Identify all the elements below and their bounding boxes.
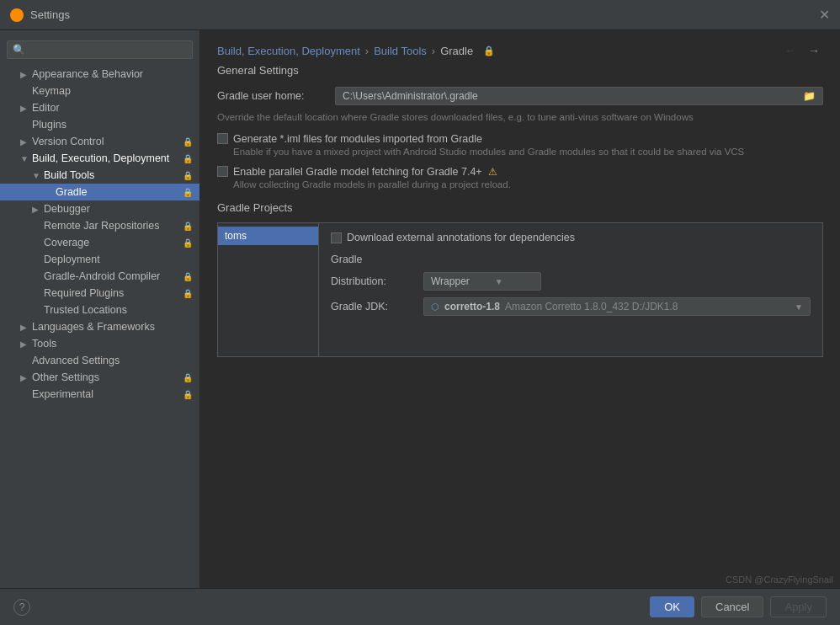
jdk-value: corretto-1.8 Amazon Corretto 1.8.0_432 D… xyxy=(444,301,789,312)
sidebar-item-debugger[interactable]: ▶ Debugger xyxy=(0,200,199,217)
gradle-projects-panel: toms Download external annotations for d… xyxy=(217,222,823,357)
sidebar-item-gradle-android[interactable]: Gradle-Android Compiler 🔒 xyxy=(0,268,199,285)
parallel-fetch-label: Enable parallel Gradle model fetching fo… xyxy=(233,166,482,178)
search-input[interactable] xyxy=(29,44,187,56)
expand-arrow: ▶ xyxy=(20,323,32,332)
settings-content: General Settings Gradle user home: C:\Us… xyxy=(200,64,840,588)
gradle-projects-list: toms xyxy=(218,223,319,356)
gradle-user-home-value: C:\Users\Administrator\.gradle xyxy=(343,90,803,102)
gradle-user-home-hint: Override the default location where Grad… xyxy=(217,112,823,122)
cancel-button[interactable]: Cancel xyxy=(701,596,763,617)
distribution-select[interactable]: Wrapper ▼ xyxy=(423,272,541,291)
expand-arrow: ▶ xyxy=(20,373,32,382)
search-box[interactable]: 🔍 xyxy=(7,40,193,59)
gradle-jdk-select[interactable]: ⬡ corretto-1.8 Amazon Corretto 1.8.0_432… xyxy=(423,297,811,316)
lock-icon: 🔒 xyxy=(183,171,193,180)
breadcrumb-current: Gradle xyxy=(440,45,473,57)
lock-icon: 🔒 xyxy=(183,289,193,298)
select-arrow-icon: ▼ xyxy=(495,277,503,286)
jdk-dropdown-arrow: ▼ xyxy=(795,302,803,312)
sidebar-item-editor[interactable]: ▶ Editor xyxy=(0,99,199,116)
sidebar-item-remote-jar[interactable]: Remote Jar Repositories 🔒 xyxy=(0,217,199,234)
gradle-sub-section-label: Gradle xyxy=(331,254,811,265)
lock-icon: 🔒 xyxy=(183,390,193,399)
help-button[interactable]: ? xyxy=(13,599,30,616)
sidebar: 🔍 ▶ Appearance & Behavior Keymap ▶ Edito… xyxy=(0,30,200,588)
sidebar-item-appearance[interactable]: ▶ Appearance & Behavior xyxy=(0,66,199,83)
content-area: Build, Execution, Deployment › Build Too… xyxy=(200,30,840,588)
close-button[interactable]: ✕ xyxy=(819,8,830,22)
general-settings-title: General Settings xyxy=(217,64,823,77)
gradle-projects-title: Gradle Projects xyxy=(217,201,823,214)
main-layout: 🔍 ▶ Appearance & Behavior Keymap ▶ Edito… xyxy=(0,30,840,588)
lock-icon: 🔒 xyxy=(183,373,193,382)
gradle-project-item[interactable]: toms xyxy=(218,227,318,245)
download-annotations-checkbox[interactable] xyxy=(331,232,342,243)
expand-arrow: ▶ xyxy=(20,137,32,147)
breadcrumb-sep-1: › xyxy=(365,45,369,57)
nav-forward-button[interactable]: → xyxy=(805,44,823,57)
gradle-user-home-label: Gradle user home: xyxy=(217,90,335,102)
sidebar-item-build-tools[interactable]: ▼ Build Tools 🔒 xyxy=(0,167,199,184)
sidebar-item-advanced[interactable]: Advanced Settings xyxy=(0,352,199,369)
sidebar-item-tools[interactable]: ▶ Tools xyxy=(0,335,199,352)
lock-icon: 🔒 xyxy=(183,222,193,231)
sidebar-item-trusted-locations[interactable]: Trusted Locations xyxy=(0,302,199,318)
sidebar-item-build-exec[interactable]: ▼ Build, Execution, Deployment 🔒 xyxy=(0,150,199,167)
expand-arrow: ▼ xyxy=(20,154,32,163)
sidebar-item-languages[interactable]: ▶ Languages & Frameworks xyxy=(0,318,199,335)
breadcrumb-sep-2: › xyxy=(432,45,435,57)
expand-arrow: ▶ xyxy=(32,205,44,214)
lock-icon: 🔒 xyxy=(183,137,193,147)
lock-icon: 🔒 xyxy=(183,188,193,197)
gradle-jdk-label: Gradle JDK: xyxy=(331,301,423,312)
lock-icon: 🔒 xyxy=(183,154,193,163)
gradle-user-home-input[interactable]: C:\Users\Administrator\.gradle 📁 xyxy=(335,87,823,105)
sidebar-item-required-plugins[interactable]: Required Plugins 🔒 xyxy=(0,285,199,302)
expand-arrow: ▶ xyxy=(20,104,32,113)
warning-icon: ⚠ xyxy=(488,166,497,178)
gradle-user-home-row: Gradle user home: C:\Users\Administrator… xyxy=(217,87,823,105)
title-bar-title: Settings xyxy=(30,8,70,21)
distribution-row: Distribution: Wrapper ▼ xyxy=(331,272,811,291)
app-icon xyxy=(10,8,24,22)
bottom-bar: ? OK Cancel Apply xyxy=(0,588,840,625)
generate-iml-label: Generate *.iml files for modules importe… xyxy=(233,133,482,145)
sidebar-item-version-control[interactable]: ▶ Version Control 🔒 xyxy=(0,133,199,150)
breadcrumb-nav: ← → xyxy=(781,44,823,57)
jdk-icon: ⬡ xyxy=(431,302,439,312)
folder-icon[interactable]: 📁 xyxy=(803,90,816,102)
lock-icon: 🔒 xyxy=(183,272,193,281)
search-icon: 🔍 xyxy=(13,44,25,56)
download-annotations-row: Download external annotations for depend… xyxy=(331,232,811,243)
expand-arrow: ▼ xyxy=(32,171,44,180)
gradle-jdk-row: Gradle JDK: ⬡ corretto-1.8 Amazon Corret… xyxy=(331,297,811,316)
expand-arrow: ▶ xyxy=(20,339,32,349)
gradle-project-settings: Download external annotations for depend… xyxy=(319,223,822,356)
sidebar-item-keymap[interactable]: Keymap xyxy=(0,83,199,99)
watermark: CSDN @CrazyFlyingSnail xyxy=(726,574,833,585)
sidebar-item-experimental[interactable]: Experimental 🔒 xyxy=(0,386,199,403)
breadcrumb-build-exec[interactable]: Build, Execution, Deployment xyxy=(217,45,360,57)
parallel-fetch-hint: Allow collecting Gradle models in parall… xyxy=(233,179,823,190)
breadcrumb-build-tools[interactable]: Build Tools xyxy=(374,45,427,57)
title-bar: Settings ✕ xyxy=(0,0,840,30)
sidebar-item-deployment[interactable]: Deployment xyxy=(0,251,199,268)
sidebar-item-plugins[interactable]: Plugins xyxy=(0,116,199,133)
apply-button[interactable]: Apply xyxy=(770,596,827,617)
distribution-label: Distribution: xyxy=(331,275,423,287)
generate-iml-content: Generate *.iml files for modules importe… xyxy=(233,132,823,157)
download-annotations-label: Download external annotations for depend… xyxy=(347,232,575,243)
generate-iml-checkbox[interactable] xyxy=(217,133,228,144)
ok-button[interactable]: OK xyxy=(650,596,694,617)
expand-arrow: ▶ xyxy=(20,70,32,79)
breadcrumb-lock-icon: 🔒 xyxy=(483,45,495,56)
generate-iml-row: Generate *.iml files for modules importe… xyxy=(217,132,823,157)
nav-back-button[interactable]: ← xyxy=(781,44,800,57)
generate-iml-hint: Enable if you have a mixed project with … xyxy=(233,147,823,157)
sidebar-item-coverage[interactable]: Coverage 🔒 xyxy=(0,234,199,251)
action-buttons: OK Cancel Apply xyxy=(650,596,827,617)
sidebar-item-other-settings[interactable]: ▶ Other Settings 🔒 xyxy=(0,369,199,386)
sidebar-item-gradle[interactable]: Gradle 🔒 xyxy=(0,184,199,200)
parallel-fetch-checkbox[interactable] xyxy=(217,166,228,177)
